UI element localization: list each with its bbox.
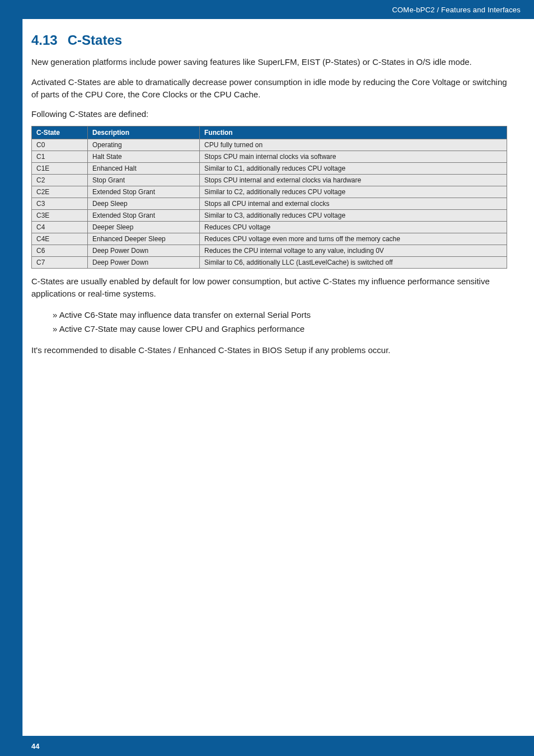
cell-cstate: C4E (32, 233, 88, 245)
table-row: C2Stop GrantStops CPU internal and exter… (32, 175, 507, 186)
cstates-table: C-State Description Function C0Operating… (31, 126, 507, 269)
cell-func: Stops CPU main internal clocks via softw… (200, 151, 507, 163)
table-row: C4Deeper SleepReduces CPU voltage (32, 222, 507, 233)
table-row: C7Deep Power DownSimilar to C6, addition… (32, 257, 507, 269)
cell-cstate: C3E (32, 210, 88, 222)
table-row: C6Deep Power DownReduces the CPU interna… (32, 245, 507, 257)
side-strip (0, 0, 22, 756)
table-row: C1EEnhanced HaltSimilar to C1, additiona… (32, 163, 507, 175)
list-item: Active C6-State may influence data trans… (53, 308, 507, 322)
breadcrumb: COMe-bPC2 / Features and Interfaces (392, 6, 521, 14)
cell-func: Similar to C6, additionally LLC (LastLev… (200, 257, 507, 269)
cell-desc: Deep Power Down (88, 257, 200, 269)
section-title: C-States (68, 32, 122, 48)
cell-func: Similar to C2, additionally reduces CPU … (200, 186, 507, 198)
header-bar: COMe-bPC2 / Features and Interfaces (22, 0, 534, 19)
section-heading: 4.13C-States (31, 32, 507, 48)
cell-func: Similar to C3, additionally reduces CPU … (200, 210, 507, 222)
list-item: Active C7-State may cause lower CPU and … (53, 322, 507, 336)
footer-bar: 44 (0, 736, 534, 756)
cell-cstate: C1 (32, 151, 88, 163)
page: COMe-bPC2 / Features and Interfaces 4.13… (0, 0, 534, 756)
cell-cstate: C0 (32, 139, 88, 151)
cell-func: Similar to C1, additionally reduces CPU … (200, 163, 507, 175)
cell-desc: Enhanced Halt (88, 163, 200, 175)
cell-desc: Stop Grant (88, 175, 200, 186)
cell-cstate: C1E (32, 163, 88, 175)
table-row: C4EEnhanced Deeper SleepReduces CPU volt… (32, 233, 507, 245)
col-cstate: C-State (32, 126, 88, 139)
table-row: C2EExtended Stop GrantSimilar to C2, add… (32, 186, 507, 198)
cell-cstate: C2 (32, 175, 88, 186)
cell-func: CPU fully turned on (200, 139, 507, 151)
table-header-row: C-State Description Function (32, 126, 507, 139)
paragraph: Following C-States are defined: (31, 108, 507, 120)
cell-desc: Deep Power Down (88, 245, 200, 257)
paragraph: C-States are usually enabled by default … (31, 275, 507, 300)
cell-func: Reduces CPU voltage even more and turns … (200, 233, 507, 245)
paragraph: Activated C-States are able to dramatica… (31, 76, 507, 101)
cell-desc: Extended Stop Grant (88, 186, 200, 198)
cell-func: Reduces the CPU internal voltage to any … (200, 245, 507, 257)
cell-func: Reduces CPU voltage (200, 222, 507, 233)
table-row: C1Halt StateStops CPU main internal cloc… (32, 151, 507, 163)
section-number: 4.13 (31, 32, 58, 48)
cell-cstate: C2E (32, 186, 88, 198)
table-row: C0OperatingCPU fully turned on (32, 139, 507, 151)
cell-cstate: C6 (32, 245, 88, 257)
cell-desc: Halt State (88, 151, 200, 163)
cell-desc: Extended Stop Grant (88, 210, 200, 222)
cell-cstate: C7 (32, 257, 88, 269)
cell-cstate: C4 (32, 222, 88, 233)
cell-func: Stops all CPU internal and external cloc… (200, 198, 507, 210)
cell-desc: Deep Sleep (88, 198, 200, 210)
table-row: C3EExtended Stop GrantSimilar to C3, add… (32, 210, 507, 222)
cell-func: Stops CPU internal and external clocks v… (200, 175, 507, 186)
bullet-list: Active C6-State may influence data trans… (53, 308, 507, 336)
col-description: Description (88, 126, 200, 139)
cell-desc: Deeper Sleep (88, 222, 200, 233)
cell-cstate: C3 (32, 198, 88, 210)
col-function: Function (200, 126, 507, 139)
content: 4.13C-States New generation platforms in… (31, 32, 507, 364)
paragraph: It's recommended to disable C-States / E… (31, 344, 507, 356)
page-number: 44 (31, 742, 39, 750)
table-row: C3Deep SleepStops all CPU internal and e… (32, 198, 507, 210)
paragraph: New generation platforms include power s… (31, 56, 507, 68)
cell-desc: Operating (88, 139, 200, 151)
cell-desc: Enhanced Deeper Sleep (88, 233, 200, 245)
